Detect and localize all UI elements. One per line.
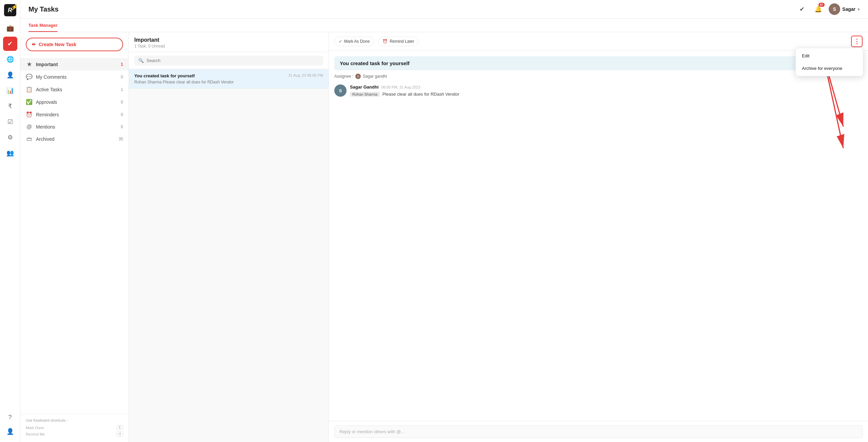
content-area: ✏ Create New Task ★ Important 1 💬 My Com… [20, 32, 868, 442]
sidebar-item-active-tasks[interactable]: 📋 Active Tasks 1 [20, 83, 129, 96]
sidebar-item-rupee[interactable]: ₹ [3, 99, 17, 113]
clock-icon: ⏰ [26, 111, 33, 118]
check-icon: ✓ [339, 39, 342, 44]
sidebar-item-label-active-tasks: Active Tasks [36, 87, 117, 92]
avatar: S [829, 3, 840, 15]
clock-icon: ⏰ [382, 39, 388, 44]
comment-author: Sagar Gandhi [350, 84, 379, 90]
check-circle-icon: ✔ [800, 5, 805, 13]
sidebar-item-user-bottom[interactable]: 👤 [3, 424, 17, 439]
icon-nav: R ⚡ 💼 ✔ 🌐 👤 📊 ₹ ☑ ⚙ 👥 ? 👤 [0, 0, 20, 442]
sidebar-item-tasks[interactable]: ✔ [3, 37, 17, 51]
search-input[interactable] [146, 58, 319, 63]
top-header: My Tasks ✔ 🔔 97 S Sagar ▾ [20, 0, 868, 19]
search-input-wrap[interactable]: 🔍 [134, 56, 323, 65]
header-right: ✔ 🔔 97 S Sagar ▾ [796, 3, 860, 15]
context-menu-edit[interactable]: Edit [796, 50, 863, 62]
task-list-panel: Important 1 Task, 0 Unread 🔍 You created… [129, 32, 329, 442]
sidebar-item-people[interactable]: 👥 [3, 146, 17, 160]
logo-r-block: R ⚡ [4, 4, 16, 16]
sidebar-item-label-my-comments: My Comments [36, 74, 117, 80]
sidebar-item-my-comments[interactable]: 💬 My Comments 0 [20, 71, 129, 83]
comment-tag: Rohan Sharma [350, 92, 380, 97]
keyboard-shortcuts-section: Use Keyboard shortcuts : Mark Done E Rem… [20, 414, 129, 442]
keyboard-shortcuts-title: Use Keyboard shortcuts : [26, 418, 123, 422]
sidebar-item-gear[interactable]: ⚙ [3, 130, 17, 145]
task-item[interactable]: You created task for yourself 31 Aug, 23… [129, 69, 329, 89]
reply-input[interactable]: Reply or mention others with @... [334, 425, 863, 438]
sidebar-item-globe[interactable]: 🌐 [3, 52, 17, 66]
task-assignee: Assignee : S Sagar gandhi [334, 74, 863, 79]
sidebar-item-archived[interactable]: 🗃 Archived 35 [20, 133, 129, 145]
shortcut-mark-done-label: Mark Done [26, 426, 44, 430]
sidebar: ✏ Create New Task ★ Important 1 💬 My Com… [20, 32, 129, 442]
task-detail-title: You created task for yourself [334, 56, 863, 70]
sidebar-item-reminders[interactable]: ⏰ Reminders 0 [20, 108, 129, 121]
task-detail-footer: Reply or mention others with @... [329, 421, 868, 442]
shortcut-remind-me-label: Remind Me [26, 432, 45, 436]
task-search: 🔍 [129, 52, 329, 69]
comment-content: Rohan Sharma Please clear all dues for R… [350, 92, 863, 97]
sidebar-item-label-mentions: Mentions [36, 124, 117, 130]
sidebar-item-label-approvals: Approvals [36, 99, 117, 105]
remind-later-btn[interactable]: ⏰ Remind Later [378, 37, 418, 46]
chevron-down-icon: ▾ [857, 7, 860, 12]
task-item-title: You created task for yourself [134, 73, 195, 78]
sidebar-item-help[interactable]: ? [3, 410, 17, 424]
tab-task-manager[interactable]: Task Manager [28, 19, 58, 32]
checkmark-icon-btn[interactable]: ✔ [796, 3, 808, 15]
sidebar-item-label-reminders: Reminders [36, 112, 117, 117]
task-item-top: You created task for yourself 31 Aug, 23… [134, 73, 323, 78]
sidebar-item-briefcase[interactable]: 💼 [3, 21, 17, 35]
task-list-header: Important 1 Task, 0 Unread [129, 32, 329, 52]
comment-text: Please clear all dues for RDash Vendor [382, 92, 459, 97]
shortcut-remind-me: Remind Me H [26, 431, 123, 437]
assignee-avatar: S [355, 74, 361, 79]
shortcut-mark-done-key: E [117, 425, 123, 430]
task-detail-content: You created task for yourself Assignee :… [329, 51, 868, 421]
sidebar-item-count-mentions: 0 [121, 124, 123, 129]
assignee-name: Sagar gandhi [363, 74, 387, 79]
avatar-initials: S [833, 6, 836, 12]
shortcut-mark-done: Mark Done E [26, 425, 123, 430]
sidebar-item-label-archived: Archived [36, 136, 115, 142]
task-item-desc: Rohan Sharma Please clear all dues for R… [134, 80, 323, 84]
star-icon: ★ [26, 61, 33, 68]
comment-body: Sagar Gandhi 06:00 PM, 31 Aug 2023 Rohan… [350, 84, 863, 97]
sidebar-item-check[interactable]: ☑ [3, 115, 17, 129]
task-item-time: 31 Aug, 23 06:00 PM [288, 73, 323, 77]
three-dot-menu-btn[interactable]: ⋮ [851, 36, 863, 47]
sidebar-item-count-reminders: 0 [121, 112, 123, 117]
sidebar-item-chart[interactable]: 📊 [3, 83, 17, 98]
sidebar-item-person[interactable]: 👤 [3, 68, 17, 82]
sidebar-item-count-important: 1 [121, 62, 123, 67]
remind-later-label: Remind Later [390, 39, 414, 44]
sidebar-item-mentions[interactable]: @ Mentions 0 [20, 121, 129, 133]
task-list-title: Important [134, 37, 323, 43]
notification-badge: 97 [818, 3, 825, 7]
user-menu-btn[interactable]: S Sagar ▾ [829, 3, 860, 15]
sidebar-nav: ★ Important 1 💬 My Comments 0 📋 Active T… [20, 57, 129, 414]
context-menu-archive[interactable]: Archive for everyone [796, 62, 863, 75]
at-icon: @ [26, 124, 33, 130]
pencil-icon: ✏ [32, 42, 36, 47]
sidebar-item-approvals[interactable]: ✅ Approvals 0 [20, 96, 129, 108]
notification-btn[interactable]: 🔔 97 [812, 3, 824, 15]
comment-block: S Sagar Gandhi 06:00 PM, 31 Aug 2023 Roh… [334, 84, 863, 97]
comment-author-row: Sagar Gandhi 06:00 PM, 31 Aug 2023 [350, 84, 863, 90]
context-menu: Edit Archive for everyone [795, 48, 863, 76]
tab-bar: Task Manager [20, 19, 868, 32]
create-task-button[interactable]: ✏ Create New Task [26, 38, 123, 51]
app-logo: R ⚡ [3, 3, 17, 17]
sidebar-item-important[interactable]: ★ Important 1 [20, 58, 129, 71]
assignee-label: Assignee : [334, 74, 353, 79]
sidebar-item-label-important: Important [36, 62, 117, 67]
task-detail-panel: ✓ Mark As Done ⏰ Remind Later ⋮ You crea… [329, 32, 868, 442]
comment-time: 06:00 PM, 31 Aug 2023 [381, 85, 420, 89]
mark-as-done-btn[interactable]: ✓ Mark As Done [334, 37, 374, 46]
clipboard-icon: 📋 [26, 86, 33, 93]
page-title: My Tasks [28, 5, 59, 13]
logo-bolt: ⚡ [10, 3, 18, 11]
three-dot-icon: ⋮ [854, 38, 860, 45]
sidebar-item-count-approvals: 0 [121, 100, 123, 104]
